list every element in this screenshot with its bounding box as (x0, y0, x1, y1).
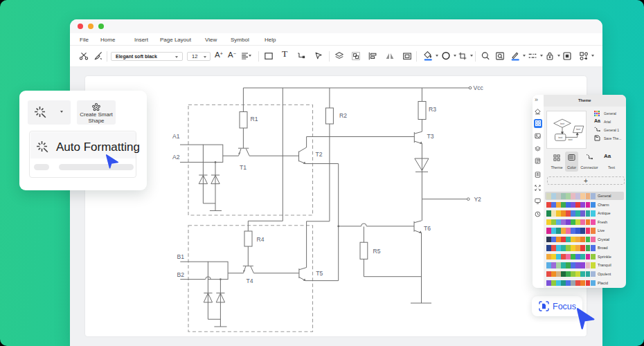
svg-text:Y2: Y2 (474, 196, 481, 203)
svg-text:R5: R5 (373, 248, 381, 255)
svg-text:T5: T5 (316, 270, 323, 277)
svg-text:text: text (558, 136, 563, 139)
svg-text:A1: A1 (172, 133, 180, 140)
svg-text:T2: T2 (316, 151, 323, 158)
svg-text:B2: B2 (177, 271, 185, 278)
svg-text:T3: T3 (427, 133, 434, 140)
svg-text:text: text (576, 128, 581, 131)
svg-text:text: text (560, 122, 565, 125)
svg-text:text: text (568, 138, 573, 141)
svg-text:A2: A2 (172, 154, 180, 161)
svg-text:R2: R2 (339, 112, 347, 119)
svg-text:T1: T1 (240, 164, 247, 171)
svg-text:B1: B1 (177, 253, 185, 260)
svg-text:Vcc: Vcc (474, 84, 484, 91)
svg-text:R4: R4 (257, 236, 265, 243)
svg-text:R3: R3 (429, 106, 436, 113)
svg-text:T4: T4 (247, 277, 253, 284)
svg-text:R1: R1 (251, 116, 258, 122)
svg-text:T6: T6 (424, 225, 431, 232)
